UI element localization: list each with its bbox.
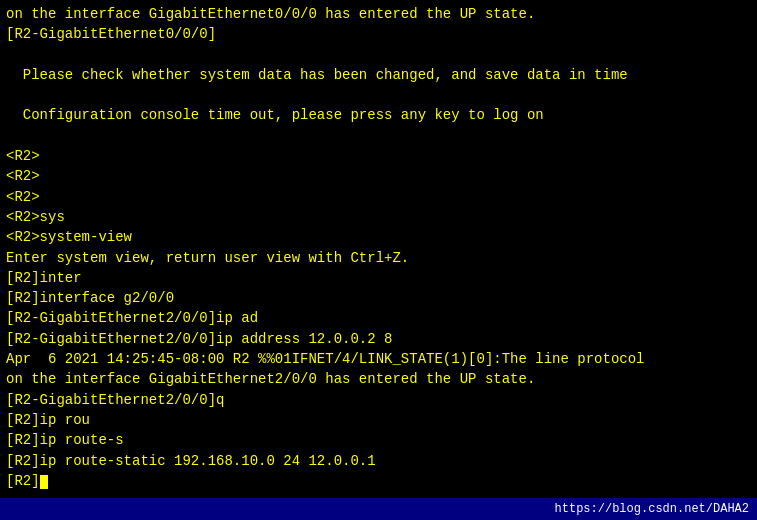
terminal-line: <R2> bbox=[6, 146, 751, 166]
terminal-content: on the interface GigabitEthernet0/0/0 ha… bbox=[6, 4, 751, 491]
terminal-line bbox=[6, 45, 751, 65]
terminal-line bbox=[6, 85, 751, 105]
terminal-window[interactable]: on the interface GigabitEthernet0/0/0 ha… bbox=[0, 0, 757, 520]
terminal-line: Apr 6 2021 14:25:45-08:00 R2 %%01IFNET/4… bbox=[6, 349, 751, 369]
terminal-line: [R2]interface g2/0/0 bbox=[6, 288, 751, 308]
terminal-line: [R2-GigabitEthernet2/0/0]q bbox=[6, 390, 751, 410]
terminal-line: [R2]ip rou bbox=[6, 410, 751, 430]
status-bar: https://blog.csdn.net/DAHA2 bbox=[0, 498, 757, 520]
terminal-line: Configuration console time out, please p… bbox=[6, 105, 751, 125]
terminal-line: [R2]inter bbox=[6, 268, 751, 288]
terminal-line: Please check whether system data has bee… bbox=[6, 65, 751, 85]
terminal-line: [R2]ip route-static 192.168.10.0 24 12.0… bbox=[6, 451, 751, 471]
terminal-line: [R2]ip route-s bbox=[6, 430, 751, 450]
terminal-line: <R2>sys bbox=[6, 207, 751, 227]
terminal-line: [R2-GigabitEthernet2/0/0]ip ad bbox=[6, 308, 751, 328]
terminal-line: [R2-GigabitEthernet0/0/0] bbox=[6, 24, 751, 44]
cursor bbox=[40, 475, 48, 489]
terminal-line: [R2-GigabitEthernet2/0/0]ip address 12.0… bbox=[6, 329, 751, 349]
terminal-line: <R2> bbox=[6, 166, 751, 186]
terminal-line: <R2>system-view bbox=[6, 227, 751, 247]
terminal-line: Enter system view, return user view with… bbox=[6, 248, 751, 268]
terminal-line: on the interface GigabitEthernet2/0/0 ha… bbox=[6, 369, 751, 389]
terminal-line: <R2> bbox=[6, 187, 751, 207]
status-bar-text: https://blog.csdn.net/DAHA2 bbox=[555, 502, 749, 516]
terminal-line: on the interface GigabitEthernet0/0/0 ha… bbox=[6, 4, 751, 24]
terminal-line bbox=[6, 126, 751, 146]
terminal-line: [R2] bbox=[6, 471, 751, 491]
